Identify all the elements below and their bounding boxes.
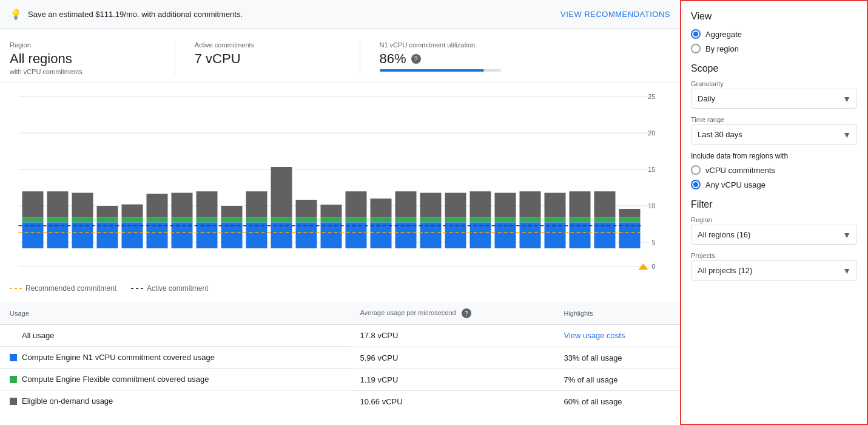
view-usage-costs-link[interactable]: View usage costs bbox=[564, 331, 625, 340]
table-row: All usage17.8 vCPUView usage costs bbox=[0, 325, 680, 347]
aggregate-radio[interactable] bbox=[691, 29, 701, 39]
svg-rect-84 bbox=[619, 209, 641, 218]
svg-rect-48 bbox=[321, 205, 342, 218]
by-region-radio[interactable] bbox=[691, 44, 701, 53]
recommended-label: Recommended commitment bbox=[25, 284, 116, 293]
aggregate-label: Aggregate bbox=[705, 30, 742, 39]
utilization-stat: N1 vCPU commitment utilization 86% ? bbox=[380, 41, 671, 75]
svg-text:Nov 15: Nov 15 bbox=[570, 272, 590, 273]
sidebar: View Aggregate By region Scope Granulari… bbox=[680, 0, 868, 425]
time-range-select[interactable]: Last 7 days Last 14 days Last 30 days La… bbox=[691, 124, 857, 144]
svg-text:Oct 28: Oct 28 bbox=[123, 272, 141, 273]
help-icon[interactable]: ? bbox=[411, 54, 421, 64]
svg-rect-43 bbox=[271, 218, 292, 223]
svg-rect-25 bbox=[122, 218, 143, 223]
svg-rect-44 bbox=[271, 222, 292, 248]
svg-rect-73 bbox=[520, 218, 541, 223]
svg-rect-70 bbox=[495, 218, 516, 223]
svg-rect-57 bbox=[395, 191, 417, 217]
main-content: 💡 Save an estimated $111.19/mo. with add… bbox=[0, 0, 680, 425]
td-avg: 5.96 vCPU bbox=[350, 347, 554, 369]
svg-rect-20 bbox=[72, 222, 93, 248]
table-header-row: Usage Average usage per microsecond ? Hi… bbox=[0, 302, 680, 325]
svg-rect-23 bbox=[97, 222, 118, 248]
td-avg: 17.8 vCPU bbox=[350, 325, 554, 347]
svg-rect-50 bbox=[321, 222, 342, 248]
td-avg: 1.19 vCPU bbox=[350, 369, 554, 390]
utilization-bar-fill bbox=[380, 69, 484, 72]
granularity-wrapper: Daily Hourly Weekly ▼ bbox=[691, 89, 857, 109]
svg-text:Oct 26: Oct 26 bbox=[73, 272, 92, 273]
col-usage: Usage bbox=[0, 302, 350, 325]
chart-svg: 25 20 15 10 5 0 bbox=[10, 90, 670, 273]
commitments-value: 7 vCPU bbox=[195, 51, 340, 67]
td-usage: Compute Engine Flexible commitment cover… bbox=[0, 369, 350, 390]
region-stat: Region All regions with vCPU commitments bbox=[10, 41, 175, 75]
time-range-label: Time range bbox=[691, 116, 857, 123]
td-usage: Compute Engine N1 vCPU commitment covere… bbox=[0, 347, 350, 369]
aggregate-option[interactable]: Aggregate bbox=[691, 29, 857, 39]
svg-rect-21 bbox=[97, 206, 118, 218]
vcpu-commitments-radio[interactable] bbox=[691, 165, 701, 175]
svg-rect-33 bbox=[197, 191, 218, 217]
vcpu-commitments-label: vCPU commitments bbox=[705, 166, 775, 175]
svg-rect-37 bbox=[221, 218, 243, 223]
svg-rect-77 bbox=[545, 222, 566, 248]
svg-rect-45 bbox=[296, 200, 317, 218]
granularity-label: Granularity bbox=[691, 80, 857, 87]
svg-rect-13 bbox=[22, 218, 44, 223]
svg-rect-85 bbox=[619, 218, 641, 223]
utilization-pct: 86% bbox=[380, 51, 406, 67]
svg-text:Nov 7: Nov 7 bbox=[372, 272, 389, 273]
avg-help-icon[interactable]: ? bbox=[462, 308, 471, 318]
projects-label: Projects bbox=[691, 252, 857, 259]
legend-recommended: Recommended commitment bbox=[10, 284, 116, 293]
td-usage: Eligible on-demand usage bbox=[0, 390, 350, 412]
view-recommendations-link[interactable]: VIEW RECOMMENDATIONS bbox=[560, 10, 670, 19]
region-select[interactable]: All regions (16) bbox=[691, 225, 857, 245]
svg-text:Nov 11: Nov 11 bbox=[471, 272, 490, 273]
usage-color-dot bbox=[10, 398, 17, 405]
chart-legend: Recommended commitment Active commitment bbox=[0, 279, 680, 302]
banner-left: 💡 Save an estimated $111.19/mo. with add… bbox=[10, 8, 243, 20]
projects-wrapper: All projects (12) ▼ bbox=[691, 260, 857, 280]
svg-rect-67 bbox=[470, 218, 491, 223]
svg-rect-55 bbox=[371, 218, 392, 223]
usage-label: Compute Engine N1 vCPU commitment covere… bbox=[22, 353, 215, 362]
stats-row: Region All regions with vCPU commitments… bbox=[0, 29, 680, 83]
region-group: Region All regions (16) ▼ bbox=[691, 216, 857, 245]
any-vcpu-radio[interactable] bbox=[691, 180, 701, 189]
svg-rect-47 bbox=[296, 222, 317, 248]
svg-rect-61 bbox=[420, 218, 442, 223]
region-sub: with vCPU commitments bbox=[10, 68, 155, 75]
scope-title: Scope bbox=[691, 63, 857, 74]
usage-label: All usage bbox=[22, 331, 54, 340]
td-highlight[interactable]: View usage costs bbox=[554, 325, 680, 347]
svg-rect-83 bbox=[594, 222, 616, 248]
svg-text:Nov 17: Nov 17 bbox=[620, 272, 639, 273]
svg-rect-82 bbox=[594, 218, 616, 223]
svg-rect-53 bbox=[346, 222, 367, 248]
svg-rect-72 bbox=[520, 191, 541, 217]
active-label: Active commitment bbox=[147, 284, 208, 293]
granularity-group: Granularity Daily Hourly Weekly ▼ bbox=[691, 80, 857, 109]
svg-rect-22 bbox=[97, 218, 118, 223]
projects-select[interactable]: All projects (12) bbox=[691, 260, 857, 280]
time-range-group: Time range Last 7 days Last 14 days Last… bbox=[691, 116, 857, 144]
svg-text:Nov 13: Nov 13 bbox=[520, 272, 540, 273]
svg-rect-62 bbox=[420, 222, 442, 248]
vcpu-commitments-option[interactable]: vCPU commitments bbox=[691, 165, 857, 175]
by-region-option[interactable]: By region bbox=[691, 44, 857, 53]
svg-rect-32 bbox=[172, 222, 193, 248]
active-line-icon bbox=[131, 288, 143, 289]
svg-rect-40 bbox=[246, 218, 267, 223]
svg-rect-36 bbox=[221, 206, 243, 218]
any-vcpu-option[interactable]: Any vCPU usage bbox=[691, 180, 857, 189]
svg-text:5: 5 bbox=[651, 239, 655, 246]
svg-rect-34 bbox=[197, 218, 218, 223]
svg-rect-49 bbox=[321, 218, 342, 223]
svg-rect-35 bbox=[197, 222, 218, 248]
include-label: Include data from regions with bbox=[691, 152, 857, 160]
granularity-select[interactable]: Daily Hourly Weekly bbox=[691, 89, 857, 109]
svg-rect-65 bbox=[445, 222, 466, 248]
